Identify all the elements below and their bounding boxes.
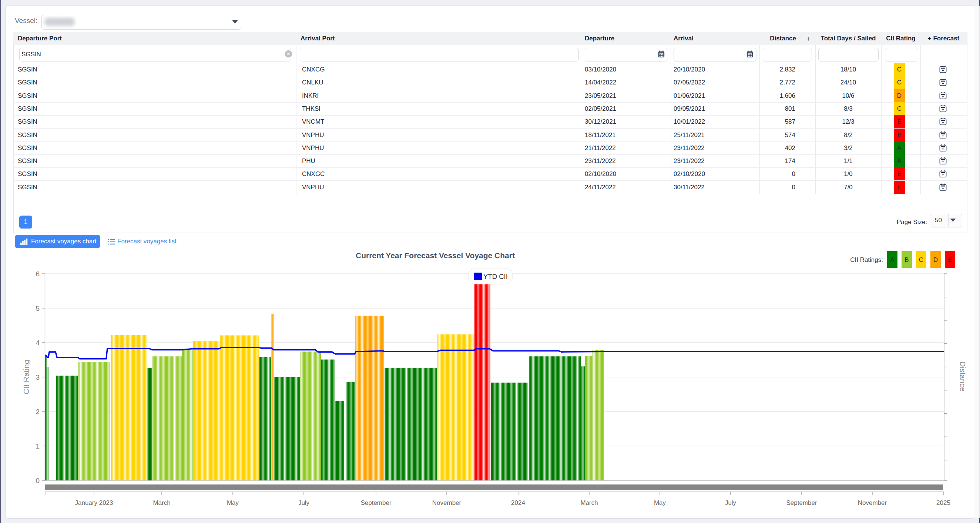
svg-text:3: 3 xyxy=(35,373,40,381)
svg-text:2: 2 xyxy=(35,408,40,416)
svg-text:YTD CII: YTD CII xyxy=(483,273,508,281)
svg-text:January 2023: January 2023 xyxy=(75,499,113,506)
svg-text:March: March xyxy=(580,499,598,506)
svg-text:September: September xyxy=(361,499,391,506)
svg-text:CII Rating: CII Rating xyxy=(22,360,30,394)
svg-text:September: September xyxy=(786,499,817,506)
svg-text:0: 0 xyxy=(35,477,40,485)
svg-text:March: March xyxy=(153,499,170,506)
svg-text:Distance: Distance xyxy=(959,361,967,392)
svg-text:2024: 2024 xyxy=(511,499,525,506)
svg-text:1: 1 xyxy=(35,442,40,450)
svg-text:6: 6 xyxy=(35,270,40,278)
svg-text:A: A xyxy=(890,256,894,263)
svg-text:May: May xyxy=(227,499,239,506)
svg-text:2025: 2025 xyxy=(936,499,950,506)
svg-text:November: November xyxy=(432,499,461,506)
svg-text:D: D xyxy=(933,256,938,263)
svg-text:C: C xyxy=(919,256,923,263)
svg-text:Current Year Forecast Vessel V: Current Year Forecast Vessel Voyage Char… xyxy=(356,251,515,260)
svg-text:B: B xyxy=(905,256,908,263)
svg-text:May: May xyxy=(654,499,666,506)
svg-text:November: November xyxy=(858,499,887,506)
svg-text:July: July xyxy=(725,499,737,506)
svg-text:E: E xyxy=(948,256,952,263)
svg-text:July: July xyxy=(298,499,310,506)
svg-text:5: 5 xyxy=(35,305,40,312)
svg-text:4: 4 xyxy=(35,339,40,347)
svg-text:CII Ratings:: CII Ratings: xyxy=(850,256,883,263)
